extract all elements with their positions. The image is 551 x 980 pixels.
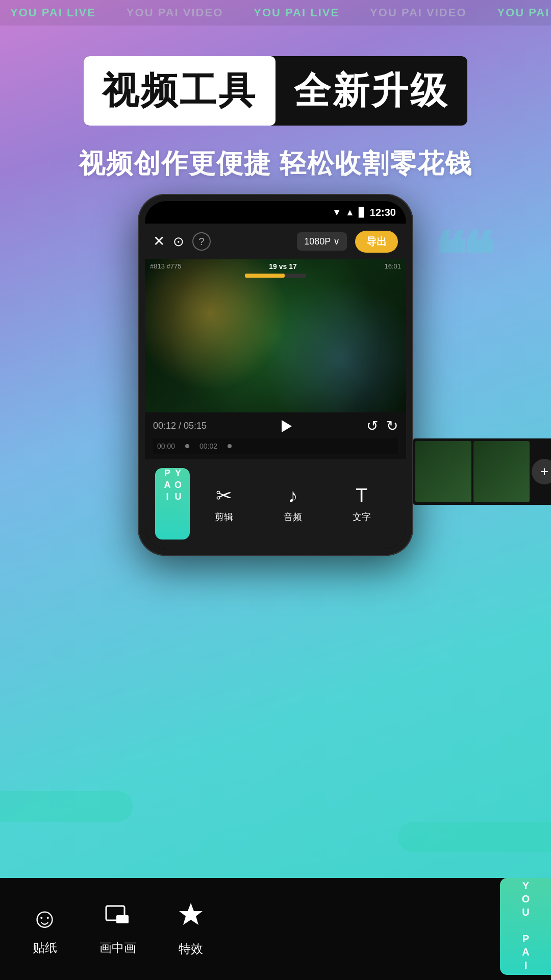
hero-subtitle: 视频创作更便捷 轻松收割零花钱 <box>31 146 520 182</box>
resolution-selector[interactable]: 1080P ∨ <box>297 232 347 251</box>
hero-section: 视频工具 全新升级 视频创作更便捷 轻松收割零花钱 <box>0 26 551 202</box>
hud-score: 19 vs 17 <box>269 262 297 271</box>
tool-audio[interactable]: ♪ 音频 <box>259 485 328 523</box>
deco-teal-right <box>398 822 551 852</box>
signal-icon: ▲ <box>345 207 355 218</box>
ticker-content: YOU PAI LIVE YOU PAI VIDEO YOU PAI LIVE … <box>0 6 551 19</box>
help-label: ? <box>198 236 204 248</box>
cut-label: 剪辑 <box>215 511 233 523</box>
export-button[interactable]: 导出 <box>355 231 398 253</box>
video-background <box>145 259 406 412</box>
timeline-marker-1 <box>185 444 189 448</box>
sticker-icon: ☺ <box>31 902 59 934</box>
status-time: 12:30 <box>370 207 396 218</box>
page-wrapper: YOU PAI LIVE YOU PAI VIDEO YOU PAI LIVE … <box>0 0 551 980</box>
tool-cut[interactable]: ✂ 剪辑 <box>190 484 259 523</box>
phone-device: ▼ ▲ ▊ 12:30 ✕ ⊙ ? 1080P ∨ <box>138 194 413 556</box>
edit-controls: 00:12 / 05:15 ↺ ↻ 00:00 00:02 <box>145 412 406 459</box>
youpai-strip-text: YOU PAI <box>520 880 532 973</box>
effects-tool[interactable]: 特效 <box>177 901 205 957</box>
thumb-2 <box>473 441 530 502</box>
timeline-t2: 00:02 <box>199 442 217 450</box>
youpai-brand-pill: YOU PAI <box>155 468 190 540</box>
hud-timer: 16:01 <box>384 262 401 271</box>
title-black-text: 全新升级 <box>294 70 449 111</box>
timeline-marker-2 <box>228 444 232 448</box>
tools-row: YOU PAI ✂ 剪辑 ♪ 音频 T 文字 <box>145 459 406 549</box>
thumb-1 <box>415 441 471 502</box>
ticker-live-2: YOU PAI LIVE <box>254 6 339 19</box>
quote-marks: ❝❝ <box>434 225 490 286</box>
audio-icon: ♪ <box>288 485 298 507</box>
ticker-bar: YOU PAI LIVE YOU PAI VIDEO YOU PAI LIVE … <box>0 0 551 26</box>
pip-icon <box>105 902 131 934</box>
app-bar: ✕ ⊙ ? 1080P ∨ 导出 <box>145 224 406 259</box>
title-badge: 视频工具 全新升级 <box>84 56 467 126</box>
resolution-label: 1080P ∨ <box>304 236 340 247</box>
sticker-tool[interactable]: ☺ 贴纸 <box>31 902 59 956</box>
total-time: 05:15 <box>184 421 207 431</box>
ticker-live-1: YOU PAI LIVE <box>10 6 96 19</box>
wifi-icon: ▼ <box>332 207 341 218</box>
close-button[interactable]: ✕ <box>153 234 165 249</box>
ticker-video-1: YOU PAI VIDEO <box>127 6 223 19</box>
play-button[interactable] <box>282 420 292 432</box>
youpai-text: YOU PAI <box>162 468 183 540</box>
timeline-t1: 00:00 <box>157 442 175 450</box>
effects-label: 特效 <box>179 941 203 957</box>
add-clip-button[interactable]: + <box>532 459 551 484</box>
undo-button[interactable]: ↺ <box>366 418 378 434</box>
video-hud: #813 #775 19 vs 17 16:01 <box>145 262 406 271</box>
pip-label: 画中画 <box>99 940 136 956</box>
ticker-live-3: YOU PAI LIVE <box>497 6 552 19</box>
playback-row: 00:12 / 05:15 ↺ ↻ <box>153 418 398 434</box>
redo-button[interactable]: ↻ <box>386 418 398 434</box>
time-separator: / <box>179 421 184 431</box>
title-black-bg: 全新升级 <box>276 56 467 126</box>
phone-container: ❝❝ ▼ ▲ ▊ 12:30 ✕ ⊙ ? <box>46 194 505 556</box>
text-label: 文字 <box>353 511 371 523</box>
deco-teal-left <box>0 791 133 822</box>
hp-fill <box>245 274 285 278</box>
sticker-label: 贴纸 <box>33 940 57 956</box>
phone-screen: ▼ ▲ ▊ 12:30 ✕ ⊙ ? 1080P ∨ <box>145 201 406 549</box>
export-label: 导出 <box>366 236 387 247</box>
cut-icon: ✂ <box>216 484 232 507</box>
hp-bar <box>245 274 306 278</box>
ticker-video-2: YOU PAI VIDEO <box>370 6 466 19</box>
bottom-bar: ☺ 贴纸 画中画 特效 YOU PAI <box>0 878 551 980</box>
time-display: 00:12 / 05:15 <box>153 421 207 431</box>
timeline-strip: 00:00 00:02 <box>153 438 398 454</box>
video-preview: #813 #775 19 vs 17 16:01 <box>145 259 406 412</box>
svg-rect-1 <box>116 915 129 923</box>
text-icon: T <box>356 485 367 507</box>
help-button[interactable]: ? <box>192 232 211 251</box>
current-time: 00:12 <box>153 421 176 431</box>
title-white-bg: 视频工具 <box>84 56 276 126</box>
svg-marker-2 <box>179 903 203 925</box>
battery-icon: ▊ <box>359 207 366 218</box>
hud-stats-left: #813 #775 <box>150 262 181 271</box>
title-white-text: 视频工具 <box>102 70 257 111</box>
thumbnail-strip: + <box>413 438 551 505</box>
save-icon[interactable]: ⊙ <box>173 234 184 250</box>
youpai-bottom-strip: YOU PAI <box>500 878 551 975</box>
status-bar: ▼ ▲ ▊ 12:30 <box>145 201 406 224</box>
tool-text[interactable]: T 文字 <box>327 485 396 523</box>
pip-tool[interactable]: 画中画 <box>99 902 136 956</box>
effects-icon <box>177 901 205 935</box>
undo-redo-controls: ↺ ↻ <box>366 418 398 434</box>
audio-label: 音频 <box>284 511 302 523</box>
